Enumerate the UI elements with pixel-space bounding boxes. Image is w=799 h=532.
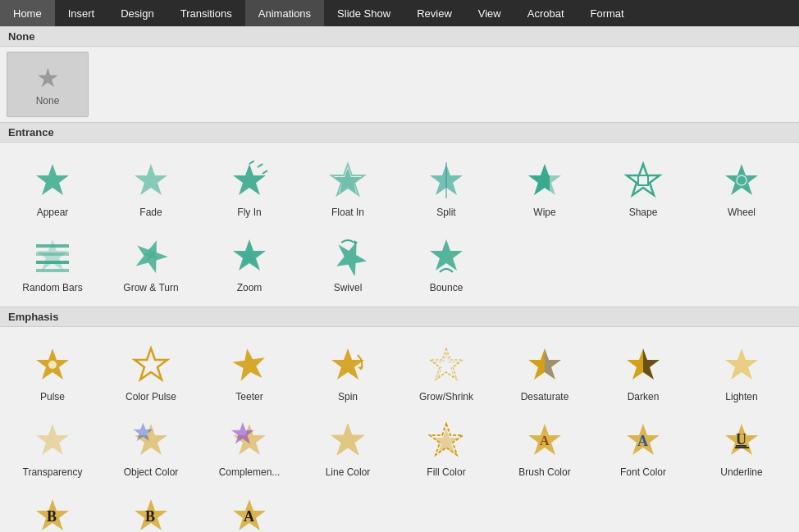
fade-icon (126, 156, 176, 205)
svg-marker-15 (725, 164, 758, 195)
anim-desaturate[interactable]: Desaturate (495, 334, 594, 409)
growshrink-label: Grow/Shrink (419, 391, 473, 402)
anim-fade[interactable]: Fade (102, 149, 200, 225)
anim-pulse[interactable]: Pulse (3, 334, 102, 409)
menu-review[interactable]: Review (404, 0, 465, 26)
desaturate-label: Desaturate (521, 391, 569, 402)
menu-design[interactable]: Design (107, 0, 167, 26)
anim-darken[interactable]: Darken (594, 334, 692, 409)
colorpulse-icon (126, 340, 176, 389)
teeter-label: Teeter (235, 391, 263, 402)
linecolor-icon (323, 416, 372, 465)
anim-swivel[interactable]: Swivel (299, 225, 397, 300)
fontcolor-icon: A (619, 416, 668, 465)
menu-slideshow[interactable]: Slide Show (324, 0, 404, 26)
emphasis-header: Emphasis (0, 307, 799, 327)
svg-marker-39 (725, 348, 758, 380)
anim-complementary[interactable]: Complemen... (200, 409, 299, 484)
svg-marker-26 (331, 236, 368, 275)
svg-rect-20 (36, 261, 69, 264)
zoom-icon (225, 231, 274, 280)
menu-acrobat[interactable]: Acrobat (514, 0, 578, 26)
wipe-label: Wipe (533, 207, 555, 218)
anim-colorpulse[interactable]: Color Pulse (102, 334, 200, 409)
anim-transparency[interactable]: Transparency (3, 409, 102, 484)
anim-spin[interactable]: Spin (299, 334, 397, 409)
anim-growturn[interactable]: Grow & Turn (102, 225, 200, 300)
brushcolor-label: Brush Color (518, 466, 570, 478)
anim-bounce[interactable]: Bounce (397, 225, 495, 300)
svg-line-5 (263, 171, 267, 174)
anim-linecolor[interactable]: Line Color (299, 409, 397, 484)
brushcolor-icon: A (520, 416, 569, 465)
svg-marker-12 (528, 164, 561, 195)
lighten-label: Lighten (725, 391, 757, 402)
anim-flyin[interactable]: Fly In (200, 149, 299, 225)
swivel-icon (323, 231, 372, 280)
shape-icon (619, 156, 668, 205)
anim-shape[interactable]: Shape (594, 149, 692, 225)
floatin-icon (323, 156, 372, 205)
svg-marker-25 (233, 239, 266, 271)
svg-marker-45 (331, 424, 364, 455)
underline-label: Underline (720, 466, 762, 478)
animations-panel: None ★ None Entrance Appear Fade (0, 26, 799, 532)
menu-animations[interactable]: Animations (245, 0, 324, 26)
anim-appear[interactable]: Appear (3, 149, 102, 225)
anim-brushcolor[interactable]: A Brush Color (495, 409, 594, 484)
svg-marker-0 (36, 164, 69, 195)
anim-teeter[interactable]: Teeter (200, 334, 299, 409)
spin-label: Spin (338, 391, 358, 402)
objectcolor-label: Object Color (124, 466, 179, 478)
anim-zoom[interactable]: Zoom (200, 225, 299, 300)
svg-marker-37 (528, 348, 561, 380)
transparency-label: Transparency (23, 466, 83, 478)
menu-transitions[interactable]: Transitions (167, 0, 245, 26)
svg-marker-41 (135, 424, 167, 455)
svg-marker-38 (627, 348, 660, 380)
fade-label: Fade (139, 207, 162, 218)
svg-rect-19 (36, 252, 69, 256)
entrance-grid: Appear Fade Fly In (0, 143, 799, 307)
bounce-icon (422, 231, 471, 280)
anim-boldflash[interactable]: B Bold Flash (3, 484, 102, 532)
anim-split[interactable]: Split (397, 149, 495, 225)
complementary-label: Complemen... (219, 466, 281, 478)
objectcolor-icon (126, 416, 176, 465)
underline-icon: U (717, 416, 766, 465)
split-label: Split (436, 207, 455, 218)
anim-growshrink[interactable]: Grow/Shrink (397, 334, 495, 409)
none-header: None (0, 26, 799, 47)
menu-view[interactable]: View (465, 0, 514, 26)
anim-randombars[interactable]: Random Bars (3, 225, 102, 300)
linecolor-label: Line Color (326, 466, 371, 478)
wheel-icon (717, 156, 766, 205)
svg-marker-13 (627, 164, 660, 195)
anim-lighten[interactable]: Lighten (692, 334, 791, 409)
menu-insert[interactable]: Insert (55, 0, 108, 26)
svg-marker-1 (135, 164, 167, 195)
anim-fontcolor[interactable]: A Font Color (594, 409, 692, 484)
fillcolor-icon (422, 416, 471, 465)
growshrink-icon (422, 340, 471, 389)
svg-marker-40 (36, 424, 69, 455)
anim-wheel[interactable]: Wheel (692, 149, 791, 225)
anim-floatin[interactable]: Float In (299, 149, 397, 225)
anim-fillcolor[interactable]: Fill Color (397, 409, 495, 484)
darken-label: Darken (628, 391, 660, 402)
anim-boldreveal[interactable]: B Bold Reveal (102, 484, 200, 532)
anim-underline[interactable]: U Underline (692, 409, 791, 484)
anim-wave[interactable]: A Wave (200, 484, 299, 532)
menu-home[interactable]: Home (0, 0, 55, 26)
transparency-icon (28, 416, 77, 465)
spin-icon (323, 340, 372, 389)
svg-text:B: B (47, 508, 57, 525)
anim-wipe[interactable]: Wipe (495, 149, 594, 225)
floatin-label: Float In (331, 207, 364, 218)
anim-objectcolor[interactable]: Object Color (102, 409, 200, 484)
boldreveal-icon: B (126, 491, 176, 532)
menu-format[interactable]: Format (578, 0, 637, 26)
svg-text:A: A (540, 434, 550, 448)
appear-label: Appear (37, 207, 69, 218)
anim-none[interactable]: ★ None (7, 52, 89, 117)
